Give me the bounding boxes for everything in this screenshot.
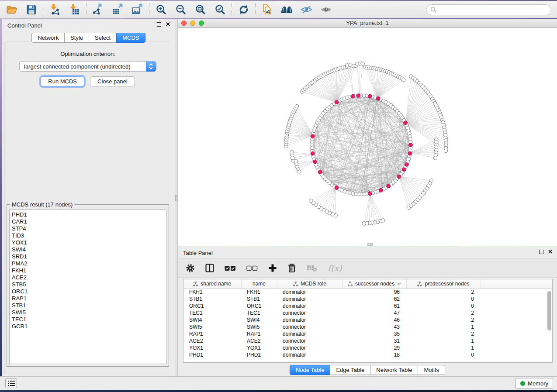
mcds-result-item[interactable]: CAR1 [12, 218, 166, 225]
memory-button[interactable]: Memory [515, 378, 553, 389]
export-network-icon[interactable] [92, 3, 104, 15]
table-cell[interactable]: SWI4 [241, 316, 277, 323]
table-cell[interactable]: connector [277, 337, 343, 344]
mcds-result-item[interactable]: TEC1 [12, 316, 166, 323]
column-header[interactable]: predecessor nodes [406, 279, 481, 289]
table-cell[interactable]: dominator [277, 330, 343, 337]
table-cell[interactable]: dominator [277, 289, 343, 296]
table-row[interactable]: PHD1PHD1dominator180 [183, 351, 552, 358]
column-header[interactable]: successor nodes [343, 279, 406, 289]
table-cell[interactable]: 35 [343, 330, 406, 337]
table-row[interactable]: SWI4SWI4dominator462 [183, 316, 552, 323]
delete-column-icon[interactable] [287, 263, 296, 273]
float-table-panel-icon[interactable] [539, 250, 543, 254]
mcds-result-item[interactable]: SRD1 [12, 253, 166, 260]
close-table-panel-icon[interactable]: ✕ [548, 250, 553, 254]
table-cell[interactable]: ACE2 [183, 337, 241, 344]
mcds-result-item[interactable]: FKH1 [12, 267, 166, 274]
select-all-rows-icon[interactable] [225, 263, 236, 273]
close-panel-button[interactable]: Close panel [90, 76, 135, 86]
table-cell[interactable]: 29 [343, 344, 406, 351]
table-cell[interactable]: TEC1 [241, 309, 277, 316]
mcds-result-item[interactable]: STB1 [12, 302, 166, 309]
table-cell[interactable]: 96 [343, 289, 406, 296]
table-cell[interactable]: RAP1 [241, 330, 277, 337]
table-cell[interactable]: connector [277, 309, 343, 316]
mcds-result-item[interactable]: RAP1 [12, 295, 166, 302]
select-first-neighbors-icon[interactable] [281, 3, 293, 15]
table-cell[interactable]: 18 [343, 351, 406, 358]
table-cell[interactable]: YOX1 [183, 344, 241, 351]
close-window-icon[interactable] [181, 21, 187, 26]
table-scrollbar-thumb[interactable] [547, 291, 551, 330]
table-cell[interactable]: 2 [406, 289, 481, 296]
import-table-icon[interactable] [69, 3, 80, 15]
mcds-result-item[interactable]: ORC1 [12, 288, 166, 295]
hide-selected-icon[interactable] [301, 3, 312, 15]
export-image-icon[interactable] [131, 3, 143, 15]
table-cell[interactable]: FKH1 [183, 289, 241, 296]
table-cell[interactable]: 61 [343, 303, 406, 309]
table-cell[interactable]: 0 [406, 351, 481, 358]
mcds-result-item[interactable]: SWI4 [12, 246, 166, 253]
table-cell[interactable]: connector [277, 323, 343, 330]
table-cell[interactable]: PHD1 [241, 351, 277, 358]
table-cell[interactable]: 2 [406, 309, 481, 316]
maximize-window-icon[interactable] [199, 21, 204, 26]
table-cell[interactable]: PHD1 [183, 351, 241, 358]
add-column-icon[interactable] [268, 263, 277, 273]
table-cell[interactable]: RAP1 [183, 330, 241, 337]
table-row[interactable]: ACE2ACE2connector311 [183, 337, 552, 344]
table-row[interactable]: SWI5SWI5connector431 [183, 323, 552, 330]
optimization-criterion-select[interactable]: largest connected component (undirected) [19, 61, 156, 72]
split-columns-icon[interactable] [205, 263, 214, 273]
mcds-result-item[interactable]: PHD1 [12, 211, 166, 218]
table-cell[interactable]: 31 [343, 337, 406, 344]
zoom-in-icon[interactable] [155, 3, 167, 15]
table-cell[interactable]: 1 [406, 337, 481, 344]
table-cell[interactable]: dominator [277, 296, 343, 303]
table-row[interactable]: YOX1YOX1connector291 [183, 344, 552, 351]
zoom-selected-icon[interactable] [214, 3, 226, 15]
open-file-icon[interactable] [6, 3, 17, 15]
save-session-icon[interactable] [25, 3, 37, 15]
table-cell[interactable]: STB1 [183, 296, 241, 303]
table-cell[interactable]: FKH1 [241, 289, 277, 296]
network-canvas[interactable] [178, 28, 557, 246]
table-cell[interactable]: 62 [343, 296, 406, 303]
mcds-result-item[interactable]: TID3 [12, 232, 166, 239]
run-mcds-button[interactable]: Run MCDS [41, 76, 84, 86]
tab-network[interactable]: Network [31, 33, 65, 43]
table-cell[interactable]: STB1 [241, 296, 277, 303]
table-cell[interactable]: 46 [343, 316, 406, 323]
table-cell[interactable]: 1 [406, 323, 481, 330]
network-graph[interactable] [178, 28, 557, 246]
refresh-layout-icon[interactable] [238, 3, 249, 15]
table-row[interactable]: FKH1FKH1dominator962 [183, 289, 552, 296]
search-field[interactable] [426, 4, 551, 15]
mcds-result-item[interactable]: STB5 [12, 281, 166, 288]
table-cell[interactable]: dominator [277, 316, 343, 323]
table-row[interactable]: RAP1RAP1dominator352 [183, 330, 552, 337]
table-cell[interactable]: 2 [406, 316, 481, 323]
tab-style[interactable]: Style [64, 33, 89, 43]
zoom-out-icon[interactable] [175, 3, 187, 15]
duplicate-network-icon[interactable] [261, 3, 273, 15]
mcds-result-scrollbar[interactable] [161, 210, 166, 364]
deselect-all-rows-icon[interactable] [246, 263, 258, 273]
mcds-result-item[interactable]: ACE2 [12, 274, 166, 281]
mcds-result-item[interactable]: STP4 [12, 225, 166, 232]
table-cell[interactable]: 0 [406, 296, 481, 303]
float-panel-icon[interactable] [157, 22, 161, 27]
tab-motifs[interactable]: Motifs [418, 365, 445, 375]
table-cell[interactable]: ORC1 [241, 303, 277, 309]
tab-node-table[interactable]: Node Table [290, 365, 331, 375]
table-cell[interactable]: TEC1 [183, 309, 241, 316]
table-cell[interactable]: 1 [406, 344, 481, 351]
import-network-icon[interactable] [49, 3, 61, 15]
table-cell[interactable]: ACE2 [241, 337, 277, 344]
mcds-result-item[interactable]: PMA2 [12, 260, 166, 267]
table-cell[interactable]: YOX1 [241, 344, 277, 351]
table-row[interactable]: ORC1ORC1dominator610 [183, 303, 552, 309]
mcds-result-item[interactable]: YOX1 [12, 239, 166, 246]
